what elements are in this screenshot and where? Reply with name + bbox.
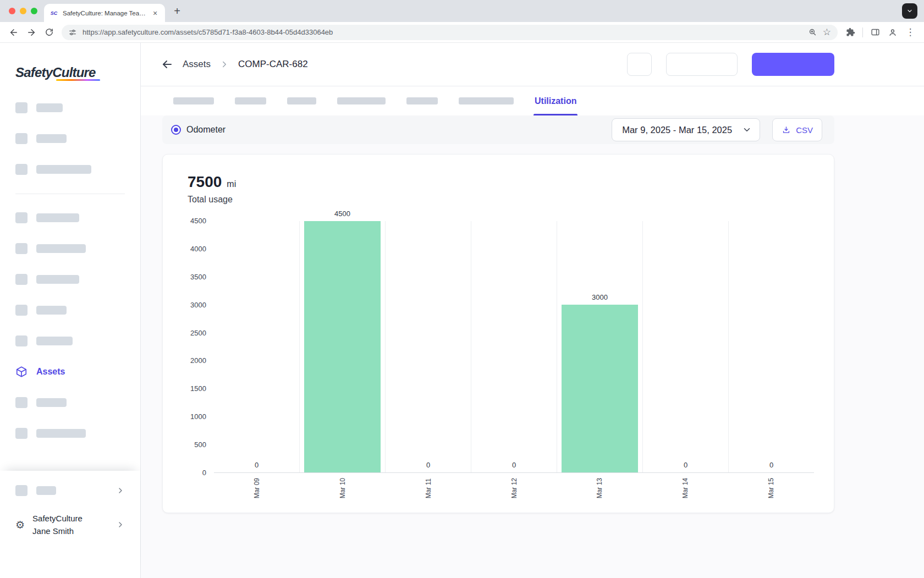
sidebar-scroll-area: SafetyCulture Assets	[0, 43, 140, 471]
chevron-right-icon	[116, 486, 125, 495]
bookmark-star-icon[interactable]: ☆	[823, 27, 831, 37]
chart-x-axis: Mar 09Mar 10Mar 11Mar 12Mar 13Mar 14Mar …	[214, 473, 814, 498]
zoom-icon[interactable]	[808, 27, 817, 37]
org-account-switcher[interactable]: ⚙ SafetyCulture Jane Smith	[15, 513, 125, 538]
chart-column: 0	[214, 221, 300, 472]
sidebar-item-placeholder[interactable]	[15, 273, 125, 286]
placeholder-label	[36, 486, 56, 495]
profile-button[interactable]	[884, 24, 901, 41]
x-tick-label: Mar 14	[642, 478, 728, 498]
sidebar-item-placeholder[interactable]	[15, 132, 125, 145]
placeholder-label	[36, 275, 79, 284]
radio-selected-icon	[171, 125, 181, 135]
tab-close-icon[interactable]: ×	[151, 9, 160, 18]
tab-utilization[interactable]: Utilization	[535, 86, 576, 115]
app-root: SafetyCulture Assets	[0, 43, 924, 578]
sidebar-item-placeholder[interactable]	[15, 396, 125, 409]
bar-value-label: 0	[643, 461, 728, 469]
header-icon-button-placeholder[interactable]	[627, 53, 652, 76]
placeholder-icon	[15, 305, 28, 316]
profile-person-icon	[888, 27, 898, 37]
placeholder-icon	[15, 102, 28, 113]
sidebar-item-placeholder[interactable]	[15, 163, 125, 176]
placeholder-icon	[15, 335, 28, 346]
placeholder-label	[36, 337, 73, 345]
org-name: SafetyCulture	[32, 513, 82, 525]
placeholder-icon	[15, 133, 28, 144]
address-bar[interactable]: https://app.safetyculture.com/assets/c57…	[62, 25, 838, 40]
back-arrow-icon[interactable]	[161, 58, 174, 71]
sidebar-bottom-section: ⚙ SafetyCulture Jane Smith	[0, 471, 140, 578]
tab-placeholder[interactable]	[459, 97, 514, 104]
download-csv-button[interactable]: CSV	[772, 118, 822, 141]
y-tick-label: 3000	[190, 301, 206, 310]
y-tick-label: 1500	[190, 384, 206, 393]
usage-bar[interactable]	[304, 221, 381, 472]
x-tick-label: Mar 13	[557, 478, 642, 498]
date-range-dropdown[interactable]: Mar 9, 2025 - Mar 15, 2025	[612, 118, 760, 141]
y-tick-label: 3500	[190, 273, 206, 282]
extensions-button[interactable]	[842, 24, 859, 41]
y-tick-label: 2000	[190, 356, 206, 365]
sidebar-item-assets[interactable]: Assets	[15, 365, 125, 378]
browser-tab-strip: SC SafetyCulture: Manage Teams and... × …	[0, 0, 924, 22]
date-range-value: Mar 9, 2025 - Mar 15, 2025	[622, 125, 732, 135]
side-panel-button[interactable]	[867, 24, 883, 41]
back-button[interactable]	[6, 24, 22, 41]
sidebar-item-placeholder[interactable]	[15, 211, 125, 224]
maximize-window-button[interactable]	[31, 8, 37, 14]
usage-bar[interactable]	[562, 305, 639, 472]
header-primary-button-placeholder[interactable]	[752, 53, 834, 76]
sidebar-divider	[15, 194, 125, 194]
kebab-menu-icon: ⋮	[906, 27, 915, 37]
chart-column: 4500	[300, 221, 386, 472]
close-window-button[interactable]	[9, 8, 15, 14]
chart-y-axis: 050010001500200025003000350040004500	[188, 221, 214, 473]
url-text: https://app.safetyculture.com/assets/c57…	[82, 28, 802, 36]
sidebar-item-placeholder[interactable]	[15, 101, 125, 114]
safetyculture-logo: SafetyCulture	[15, 65, 96, 80]
chart-column: 3000	[557, 221, 643, 472]
utilization-controls-bar: Odometer Mar 9, 2025 - Mar 15, 2025 CSV	[162, 115, 834, 144]
new-tab-button[interactable]: +	[169, 3, 185, 19]
odometer-radio-option[interactable]: Odometer	[171, 125, 226, 135]
placeholder-label	[36, 306, 67, 315]
reload-icon	[45, 27, 54, 37]
usage-chart-card: 7500 mi Total usage 05001000150020002500…	[162, 154, 834, 513]
y-tick-label: 1000	[190, 412, 206, 421]
toolbar-divider	[862, 27, 863, 37]
tab-search-chevron-button[interactable]	[902, 3, 917, 19]
placeholder-icon	[15, 243, 28, 254]
browser-menu-button[interactable]: ⋮	[902, 24, 919, 41]
breadcrumb-assets-link[interactable]: Assets	[183, 59, 211, 70]
odometer-label: Odometer	[186, 125, 226, 135]
tab-placeholder[interactable]	[287, 97, 316, 104]
x-tick-label: Mar 12	[471, 478, 557, 498]
gear-icon: ⚙	[15, 520, 25, 530]
tab-placeholder[interactable]	[406, 97, 438, 104]
total-usage-value: 7500	[188, 173, 222, 191]
minimize-window-button[interactable]	[20, 8, 26, 14]
placeholder-label	[36, 398, 67, 407]
sidebar-item-placeholder[interactable]	[15, 334, 125, 348]
tab-placeholder[interactable]	[337, 97, 386, 104]
utilization-page: Odometer Mar 9, 2025 - Mar 15, 2025 CSV …	[141, 115, 924, 578]
placeholder-icon	[15, 274, 28, 285]
placeholder-icon	[15, 397, 28, 408]
sidebar-item-placeholder[interactable]	[15, 427, 125, 440]
sidebar-item-placeholder[interactable]	[15, 304, 125, 317]
browser-tab[interactable]: SC SafetyCulture: Manage Teams and... ×	[44, 4, 165, 22]
x-tick-label: Mar 11	[386, 478, 471, 498]
y-tick-label: 2500	[190, 329, 206, 338]
sidebar-bottom-item[interactable]	[15, 484, 125, 497]
chart-column: 0	[729, 221, 814, 472]
browser-toolbar: https://app.safetyculture.com/assets/c57…	[0, 22, 924, 43]
tab-placeholder[interactable]	[173, 97, 214, 104]
header-secondary-button-placeholder[interactable]	[666, 53, 738, 76]
tab-placeholder[interactable]	[235, 97, 266, 104]
reload-button[interactable]	[41, 24, 57, 41]
sidebar-item-placeholder[interactable]	[15, 242, 125, 255]
y-tick-label: 4500	[190, 217, 206, 225]
bar-value-label: 0	[471, 461, 557, 469]
forward-button[interactable]	[23, 24, 40, 41]
